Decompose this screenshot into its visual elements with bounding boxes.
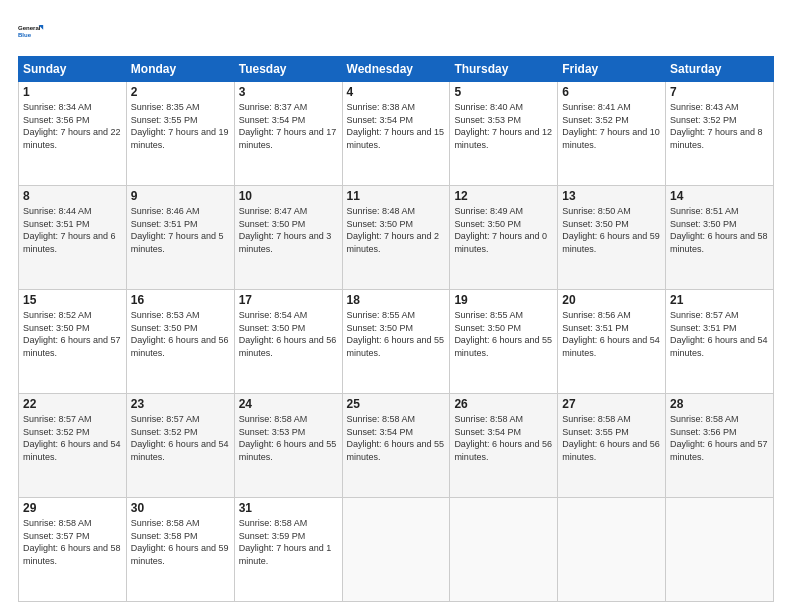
day-number: 26 xyxy=(454,397,553,411)
day-cell: 25 Sunrise: 8:58 AMSunset: 3:54 PMDaylig… xyxy=(342,394,450,498)
logo-icon: GeneralBlue xyxy=(18,18,46,46)
day-number: 4 xyxy=(347,85,446,99)
day-number: 21 xyxy=(670,293,769,307)
day-cell: 5 Sunrise: 8:40 AMSunset: 3:53 PMDayligh… xyxy=(450,82,558,186)
day-cell: 26 Sunrise: 8:58 AMSunset: 3:54 PMDaylig… xyxy=(450,394,558,498)
day-info: Sunrise: 8:40 AMSunset: 3:53 PMDaylight:… xyxy=(454,101,553,151)
calendar-page: GeneralBlue SundayMondayTuesdayWednesday… xyxy=(0,0,792,612)
day-cell: 27 Sunrise: 8:58 AMSunset: 3:55 PMDaylig… xyxy=(558,394,666,498)
day-number: 5 xyxy=(454,85,553,99)
day-number: 19 xyxy=(454,293,553,307)
weekday-monday: Monday xyxy=(126,57,234,82)
day-cell xyxy=(558,498,666,602)
weekday-thursday: Thursday xyxy=(450,57,558,82)
day-number: 8 xyxy=(23,189,122,203)
calendar-table: SundayMondayTuesdayWednesdayThursdayFrid… xyxy=(18,56,774,602)
day-info: Sunrise: 8:58 AMSunset: 3:58 PMDaylight:… xyxy=(131,517,230,567)
day-cell: 13 Sunrise: 8:50 AMSunset: 3:50 PMDaylig… xyxy=(558,186,666,290)
day-number: 28 xyxy=(670,397,769,411)
day-number: 1 xyxy=(23,85,122,99)
day-info: Sunrise: 8:43 AMSunset: 3:52 PMDaylight:… xyxy=(670,101,769,151)
day-info: Sunrise: 8:58 AMSunset: 3:56 PMDaylight:… xyxy=(670,413,769,463)
weekday-wednesday: Wednesday xyxy=(342,57,450,82)
day-info: Sunrise: 8:35 AMSunset: 3:55 PMDaylight:… xyxy=(131,101,230,151)
day-cell: 12 Sunrise: 8:49 AMSunset: 3:50 PMDaylig… xyxy=(450,186,558,290)
day-cell: 4 Sunrise: 8:38 AMSunset: 3:54 PMDayligh… xyxy=(342,82,450,186)
day-number: 13 xyxy=(562,189,661,203)
day-info: Sunrise: 8:51 AMSunset: 3:50 PMDaylight:… xyxy=(670,205,769,255)
day-number: 27 xyxy=(562,397,661,411)
day-cell: 24 Sunrise: 8:58 AMSunset: 3:53 PMDaylig… xyxy=(234,394,342,498)
day-cell: 7 Sunrise: 8:43 AMSunset: 3:52 PMDayligh… xyxy=(666,82,774,186)
day-cell: 29 Sunrise: 8:58 AMSunset: 3:57 PMDaylig… xyxy=(19,498,127,602)
svg-text:General: General xyxy=(18,25,41,31)
day-info: Sunrise: 8:55 AMSunset: 3:50 PMDaylight:… xyxy=(347,309,446,359)
day-info: Sunrise: 8:54 AMSunset: 3:50 PMDaylight:… xyxy=(239,309,338,359)
day-cell: 6 Sunrise: 8:41 AMSunset: 3:52 PMDayligh… xyxy=(558,82,666,186)
day-cell: 9 Sunrise: 8:46 AMSunset: 3:51 PMDayligh… xyxy=(126,186,234,290)
day-cell: 3 Sunrise: 8:37 AMSunset: 3:54 PMDayligh… xyxy=(234,82,342,186)
week-row-1: 1 Sunrise: 8:34 AMSunset: 3:56 PMDayligh… xyxy=(19,82,774,186)
day-number: 15 xyxy=(23,293,122,307)
day-number: 14 xyxy=(670,189,769,203)
day-cell: 19 Sunrise: 8:55 AMSunset: 3:50 PMDaylig… xyxy=(450,290,558,394)
day-cell xyxy=(666,498,774,602)
day-cell: 14 Sunrise: 8:51 AMSunset: 3:50 PMDaylig… xyxy=(666,186,774,290)
day-number: 6 xyxy=(562,85,661,99)
day-info: Sunrise: 8:57 AMSunset: 3:51 PMDaylight:… xyxy=(670,309,769,359)
week-row-4: 22 Sunrise: 8:57 AMSunset: 3:52 PMDaylig… xyxy=(19,394,774,498)
day-number: 16 xyxy=(131,293,230,307)
day-info: Sunrise: 8:49 AMSunset: 3:50 PMDaylight:… xyxy=(454,205,553,255)
day-number: 18 xyxy=(347,293,446,307)
day-cell: 15 Sunrise: 8:52 AMSunset: 3:50 PMDaylig… xyxy=(19,290,127,394)
day-info: Sunrise: 8:58 AMSunset: 3:59 PMDaylight:… xyxy=(239,517,338,567)
day-number: 10 xyxy=(239,189,338,203)
day-cell: 28 Sunrise: 8:58 AMSunset: 3:56 PMDaylig… xyxy=(666,394,774,498)
day-info: Sunrise: 8:53 AMSunset: 3:50 PMDaylight:… xyxy=(131,309,230,359)
day-cell xyxy=(342,498,450,602)
day-number: 22 xyxy=(23,397,122,411)
day-info: Sunrise: 8:48 AMSunset: 3:50 PMDaylight:… xyxy=(347,205,446,255)
day-cell: 2 Sunrise: 8:35 AMSunset: 3:55 PMDayligh… xyxy=(126,82,234,186)
header: GeneralBlue xyxy=(18,18,774,46)
day-cell: 1 Sunrise: 8:34 AMSunset: 3:56 PMDayligh… xyxy=(19,82,127,186)
weekday-saturday: Saturday xyxy=(666,57,774,82)
day-cell: 11 Sunrise: 8:48 AMSunset: 3:50 PMDaylig… xyxy=(342,186,450,290)
day-cell: 31 Sunrise: 8:58 AMSunset: 3:59 PMDaylig… xyxy=(234,498,342,602)
day-info: Sunrise: 8:44 AMSunset: 3:51 PMDaylight:… xyxy=(23,205,122,255)
logo: GeneralBlue xyxy=(18,18,46,46)
day-number: 2 xyxy=(131,85,230,99)
day-number: 11 xyxy=(347,189,446,203)
day-info: Sunrise: 8:58 AMSunset: 3:55 PMDaylight:… xyxy=(562,413,661,463)
day-cell: 30 Sunrise: 8:58 AMSunset: 3:58 PMDaylig… xyxy=(126,498,234,602)
day-number: 24 xyxy=(239,397,338,411)
day-info: Sunrise: 8:34 AMSunset: 3:56 PMDaylight:… xyxy=(23,101,122,151)
day-info: Sunrise: 8:38 AMSunset: 3:54 PMDaylight:… xyxy=(347,101,446,151)
day-info: Sunrise: 8:50 AMSunset: 3:50 PMDaylight:… xyxy=(562,205,661,255)
day-info: Sunrise: 8:41 AMSunset: 3:52 PMDaylight:… xyxy=(562,101,661,151)
day-cell: 20 Sunrise: 8:56 AMSunset: 3:51 PMDaylig… xyxy=(558,290,666,394)
day-info: Sunrise: 8:58 AMSunset: 3:53 PMDaylight:… xyxy=(239,413,338,463)
day-info: Sunrise: 8:57 AMSunset: 3:52 PMDaylight:… xyxy=(23,413,122,463)
day-info: Sunrise: 8:58 AMSunset: 3:54 PMDaylight:… xyxy=(454,413,553,463)
day-info: Sunrise: 8:58 AMSunset: 3:57 PMDaylight:… xyxy=(23,517,122,567)
day-number: 20 xyxy=(562,293,661,307)
day-number: 9 xyxy=(131,189,230,203)
weekday-friday: Friday xyxy=(558,57,666,82)
day-cell: 10 Sunrise: 8:47 AMSunset: 3:50 PMDaylig… xyxy=(234,186,342,290)
weekday-header-row: SundayMondayTuesdayWednesdayThursdayFrid… xyxy=(19,57,774,82)
day-cell: 21 Sunrise: 8:57 AMSunset: 3:51 PMDaylig… xyxy=(666,290,774,394)
day-info: Sunrise: 8:46 AMSunset: 3:51 PMDaylight:… xyxy=(131,205,230,255)
day-number: 29 xyxy=(23,501,122,515)
day-number: 31 xyxy=(239,501,338,515)
svg-text:Blue: Blue xyxy=(18,32,32,38)
day-info: Sunrise: 8:58 AMSunset: 3:54 PMDaylight:… xyxy=(347,413,446,463)
day-cell: 8 Sunrise: 8:44 AMSunset: 3:51 PMDayligh… xyxy=(19,186,127,290)
day-number: 3 xyxy=(239,85,338,99)
day-info: Sunrise: 8:52 AMSunset: 3:50 PMDaylight:… xyxy=(23,309,122,359)
day-number: 25 xyxy=(347,397,446,411)
week-row-2: 8 Sunrise: 8:44 AMSunset: 3:51 PMDayligh… xyxy=(19,186,774,290)
day-info: Sunrise: 8:37 AMSunset: 3:54 PMDaylight:… xyxy=(239,101,338,151)
weekday-sunday: Sunday xyxy=(19,57,127,82)
day-cell: 22 Sunrise: 8:57 AMSunset: 3:52 PMDaylig… xyxy=(19,394,127,498)
